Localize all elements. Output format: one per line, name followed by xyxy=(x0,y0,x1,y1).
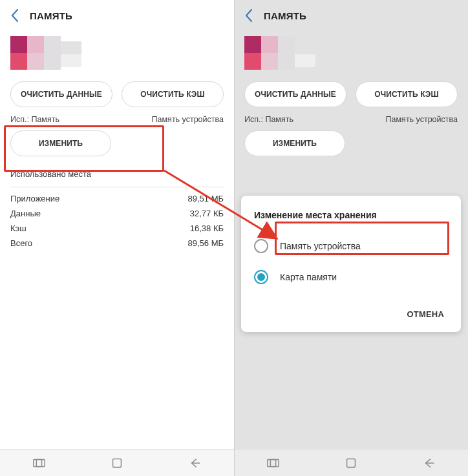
screen-memory-right: ПАМЯТЬ ОЧИСТИТЬ ДАННЫЕ ОЧИСТИТЬ КЭШ Исп.… xyxy=(234,0,468,476)
svg-rect-4 xyxy=(271,459,279,466)
used-label: Исп.: Память xyxy=(244,115,293,124)
row-total: Всего 89,56 МБ xyxy=(10,236,224,251)
svg-rect-2 xyxy=(113,459,122,467)
location-label: Память устройства xyxy=(152,115,224,124)
row-data: Данные 32,77 КБ xyxy=(10,206,224,221)
nav-back-icon[interactable] xyxy=(410,453,449,473)
header: ПАМЯТЬ xyxy=(0,0,234,31)
dialog-title: Изменение места хранения xyxy=(254,210,448,220)
location-label: Память устройства xyxy=(386,115,458,124)
radio-label: Память устройства xyxy=(280,241,361,251)
clear-data-button[interactable]: ОЧИСТИТЬ ДАННЫЕ xyxy=(244,81,346,107)
body-left: ОЧИСТИТЬ ДАННЫЕ ОЧИСТИТЬ КЭШ Исп.: Памят… xyxy=(0,31,234,476)
nav-recent-icon[interactable] xyxy=(253,453,292,473)
nav-bar xyxy=(234,449,468,476)
storage-meta: Исп.: Память Память устройства xyxy=(10,115,224,124)
cancel-button[interactable]: ОТМЕНА xyxy=(403,303,448,326)
storage-meta: Исп.: Память Память устройства xyxy=(244,115,458,124)
change-location-dialog: Изменение места хранения Память устройст… xyxy=(241,196,461,332)
clear-data-button[interactable]: ОЧИСТИТЬ ДАННЫЕ xyxy=(10,81,112,107)
page-title: ПАМЯТЬ xyxy=(264,10,306,21)
svg-rect-1 xyxy=(37,459,45,466)
screen-memory-left: ПАМЯТЬ ОЧИСТИТЬ ДАННЫЕ ОЧИСТИТЬ КЭШ Исп.… xyxy=(0,0,234,476)
clear-cache-button[interactable]: ОЧИСТИТЬ КЭШ xyxy=(356,81,458,107)
change-button[interactable]: ИЗМЕНИТЬ xyxy=(10,130,111,156)
used-label: Исп.: Память xyxy=(10,115,59,124)
radio-icon xyxy=(254,239,268,253)
row-app: Приложение 89,51 МБ xyxy=(10,191,224,206)
svg-rect-3 xyxy=(268,459,276,466)
divider xyxy=(10,187,224,187)
back-icon[interactable] xyxy=(238,5,260,26)
back-icon[interactable] xyxy=(4,5,26,26)
svg-rect-5 xyxy=(347,459,356,467)
radio-icon xyxy=(254,270,268,284)
section-used-space: Использовано места xyxy=(10,169,224,179)
app-icon xyxy=(244,36,315,70)
nav-home-icon[interactable] xyxy=(332,453,370,473)
nav-recent-icon[interactable] xyxy=(19,453,58,473)
nav-bar xyxy=(0,449,234,476)
radio-sdcard[interactable]: Карта памяти xyxy=(254,262,448,293)
nav-back-icon[interactable] xyxy=(176,453,215,473)
radio-device-storage[interactable]: Память устройства xyxy=(254,231,448,262)
row-cache: Кэш 16,38 КБ xyxy=(10,221,224,236)
nav-home-icon[interactable] xyxy=(98,453,136,473)
body-right: ОЧИСТИТЬ ДАННЫЕ ОЧИСТИТЬ КЭШ Исп.: Памят… xyxy=(234,31,468,476)
svg-rect-0 xyxy=(34,459,42,466)
page-title: ПАМЯТЬ xyxy=(30,10,72,21)
clear-cache-button[interactable]: ОЧИСТИТЬ КЭШ xyxy=(122,81,224,107)
header: ПАМЯТЬ xyxy=(234,0,468,31)
change-button[interactable]: ИЗМЕНИТЬ xyxy=(244,130,345,156)
app-icon xyxy=(10,36,81,70)
radio-label: Карта памяти xyxy=(280,272,337,282)
